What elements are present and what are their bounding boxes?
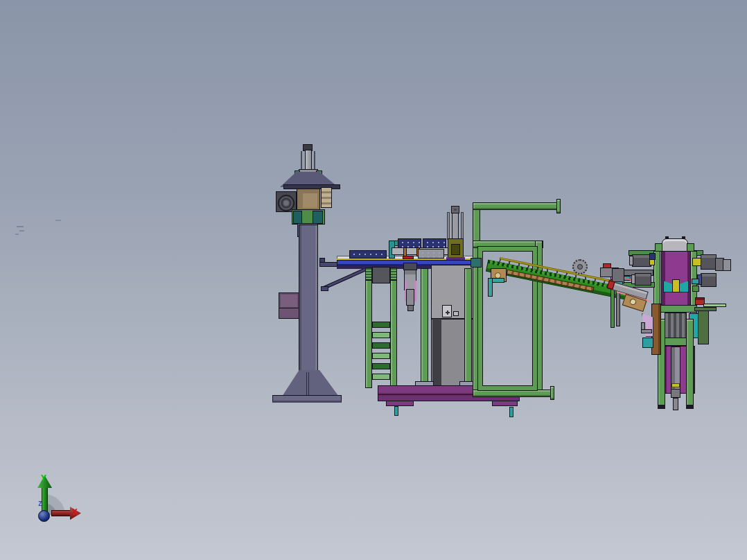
head-teal-block	[313, 211, 323, 224]
support-teal-post	[488, 278, 493, 297]
end-gray-block	[600, 268, 613, 277]
gantry-bottom-bar	[473, 390, 553, 397]
frame-post	[421, 268, 428, 384]
base-plate	[272, 395, 342, 403]
gearbox[interactable]	[297, 189, 320, 211]
elbow-pipe	[641, 329, 652, 333]
red-clamp	[403, 256, 414, 259]
gripper-tip	[407, 305, 414, 311]
press-piston-cap	[451, 206, 459, 213]
y-axis-label: Y	[41, 473, 46, 483]
ladder-spring	[390, 268, 397, 280]
actuator-lower-left[interactable]	[635, 273, 651, 286]
teal-block	[642, 338, 653, 348]
gantry-top-bar	[473, 202, 559, 210]
ladder-rung	[372, 332, 390, 338]
cylinder-block	[665, 313, 687, 338]
base-foot	[492, 401, 518, 406]
ladder-head-block	[372, 267, 390, 283]
press-body-core	[451, 244, 460, 255]
clamp-center	[672, 279, 680, 292]
gripper-rod	[414, 281, 416, 301]
watermark-speck	[15, 234, 19, 235]
piston-tip-rod	[673, 398, 678, 410]
frame-post	[464, 268, 472, 384]
ladder-rung	[372, 322, 390, 328]
cabinet-dark-post	[432, 319, 441, 386]
wall-bracket[interactable]	[279, 292, 299, 309]
leveling-leg	[394, 406, 398, 416]
wall-bracket-flange	[279, 308, 299, 319]
sensor-box	[418, 249, 444, 259]
base-foot	[386, 401, 414, 406]
actuator-tip	[629, 256, 633, 265]
column-shaft[interactable]	[299, 225, 318, 373]
actuator-upper-left[interactable]	[632, 254, 651, 267]
plus-mark	[447, 310, 448, 315]
gripper-lower	[406, 289, 414, 306]
fixture-block	[349, 250, 387, 259]
top-rod	[305, 150, 312, 170]
guide-rod	[314, 151, 315, 170]
leveling-leg	[509, 407, 513, 417]
base-flare	[282, 370, 339, 396]
ladder-rung	[372, 342, 390, 349]
base-slot	[306, 372, 309, 396]
origin-sphere	[38, 510, 50, 522]
cad-3d-viewport[interactable]: Z Y X	[0, 0, 747, 560]
gantry-top-cap	[556, 199, 561, 213]
gantry-bottom-cap	[550, 386, 554, 400]
truss-heel	[321, 286, 328, 291]
actuator-tip	[631, 274, 635, 284]
piston-yellow-band	[671, 383, 680, 387]
actuator-lower-right[interactable]	[701, 273, 717, 287]
ladder-rail	[365, 280, 372, 388]
watermark-speck	[19, 230, 24, 231]
teal-fitting	[692, 279, 699, 284]
actuator-upper-right[interactable]	[701, 254, 717, 270]
tower-body[interactable]	[661, 251, 692, 306]
ladder-rung	[372, 353, 390, 359]
disc-hub	[577, 264, 583, 270]
ladder-rail	[390, 280, 397, 388]
head-fittings	[321, 187, 332, 208]
head-teal-block	[293, 211, 302, 224]
tower-cap	[662, 238, 688, 252]
yellow-fitting	[649, 259, 655, 265]
green-fitting	[692, 286, 699, 292]
ladder-spring	[365, 268, 372, 280]
cabinet-small-plate	[453, 311, 459, 316]
rail-bracket	[471, 258, 482, 268]
watermark-speck	[17, 226, 24, 227]
ladder-rung	[372, 363, 390, 369]
x-axis-label: X	[72, 507, 78, 517]
press-guide-rod	[447, 212, 450, 240]
watermark-speck	[55, 220, 61, 221]
navy-tab	[649, 253, 656, 260]
station-leg	[686, 319, 694, 408]
side-shelf-stem	[698, 310, 709, 344]
leg-cap	[658, 405, 665, 409]
press-base-stripe	[446, 257, 465, 260]
x-axis-shaft	[51, 510, 71, 516]
piston-cap	[671, 389, 680, 398]
press-guide-rod	[461, 212, 464, 240]
leg-cap	[686, 405, 694, 409]
guide-rod	[301, 151, 302, 170]
ladder-rung	[372, 374, 390, 380]
actuator-step	[723, 259, 731, 271]
